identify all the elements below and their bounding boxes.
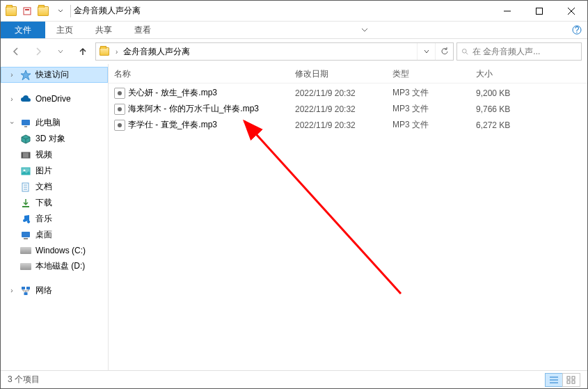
breadcrumb-root[interactable]: ›: [113, 43, 120, 60]
svg-rect-3: [537, 8, 543, 14]
svg-rect-15: [29, 152, 30, 158]
address-dropdown[interactable]: [417, 43, 435, 60]
sidebar-label: 视频: [35, 149, 52, 161]
file-name: 海来阿木 - 你的万水千山_伴奏.mp3: [128, 103, 259, 115]
sidebar-label: 本地磁盘 (D:): [35, 260, 85, 272]
properties-icon[interactable]: [19, 3, 35, 19]
new-folder-icon[interactable]: [35, 3, 51, 19]
svg-text:?: ?: [575, 25, 580, 35]
cloud-icon: [20, 93, 31, 104]
address-bar[interactable]: › 金舟音频人声分离: [95, 42, 454, 61]
search-box[interactable]: [456, 42, 582, 61]
svg-rect-27: [24, 292, 28, 295]
documents-icon: [20, 182, 31, 193]
recent-dropdown[interactable]: [51, 42, 70, 61]
file-name: 李学仕 - 直觉_伴奏.mp3: [128, 119, 217, 131]
svg-marker-10: [21, 70, 31, 80]
chevron-right-icon[interactable]: ›: [8, 95, 16, 103]
maximize-button[interactable]: [523, 1, 555, 22]
close-button[interactable]: [555, 1, 587, 22]
qat-dropdown[interactable]: [54, 8, 67, 14]
ribbon-expand-button[interactable]: [351, 22, 379, 38]
video-icon: [20, 150, 31, 161]
sidebar-item-onedrive[interactable]: › OneDrive: [1, 91, 108, 106]
sidebar-label: 快速访问: [35, 69, 69, 81]
file-date: 2022/11/9 20:32: [295, 104, 392, 114]
sidebar-item-quick-access[interactable]: › 快速访问: [1, 67, 108, 83]
folder-icon: [96, 47, 113, 56]
minimize-button[interactable]: [491, 1, 523, 22]
sidebar-item-pictures[interactable]: 图片: [1, 163, 108, 179]
search-icon: [461, 47, 468, 56]
status-bar: 3 个项目: [1, 370, 587, 388]
tab-file[interactable]: 文件: [1, 22, 45, 38]
svg-rect-11: [22, 120, 30, 125]
chevron-down-icon[interactable]: ›: [8, 119, 16, 127]
sidebar-item-drive-c[interactable]: Windows (C:): [1, 243, 108, 258]
sidebar-label: 3D 对象: [35, 133, 65, 145]
svg-rect-12: [24, 126, 27, 127]
sidebar-label: 桌面: [35, 229, 52, 241]
file-row[interactable]: 李学仕 - 直觉_伴奏.mp3 2022/11/9 20:32 MP3 文件 6…: [114, 117, 582, 133]
sidebar-item-desktop[interactable]: 桌面: [1, 227, 108, 243]
svg-rect-23: [22, 232, 30, 237]
file-size: 9,200 KB: [476, 88, 546, 98]
sidebar-item-music[interactable]: 音乐: [1, 211, 108, 227]
file-size: 6,272 KB: [476, 120, 546, 130]
file-row[interactable]: 海来阿木 - 你的万水千山_伴奏.mp3 2022/11/9 20:32 MP3…: [114, 101, 582, 117]
tab-view[interactable]: 查看: [123, 22, 162, 38]
pictures-icon: [20, 166, 31, 177]
icons-view-button[interactable]: [562, 373, 580, 387]
svg-rect-33: [567, 376, 570, 379]
sidebar-label: 图片: [35, 165, 52, 177]
sidebar-label: OneDrive: [35, 94, 71, 104]
sidebar-item-videos[interactable]: 视频: [1, 147, 108, 163]
column-date[interactable]: 修改日期: [295, 68, 392, 80]
sidebar-label: 此电脑: [35, 117, 61, 129]
navigation-bar: › 金舟音频人声分离: [1, 39, 587, 64]
svg-rect-14: [22, 152, 23, 158]
ribbon-tabs: 文件 主页 共享 查看 ?: [1, 22, 587, 39]
star-icon: [20, 70, 31, 81]
navigation-pane: › 快速访问 › OneDrive › 此电脑 3D 对象 视频 图片: [1, 64, 109, 370]
chevron-right-icon[interactable]: ›: [8, 287, 16, 294]
search-input[interactable]: [472, 47, 577, 56]
ribbon-help-button[interactable]: ?: [566, 22, 587, 38]
window-title: 金舟音频人声分离: [74, 5, 141, 17]
file-list-pane: 名称 修改日期 类型 大小 关心妍 - 放生_伴奏.mp3 2022/11/9 …: [109, 64, 587, 370]
sidebar-item-downloads[interactable]: 下载: [1, 195, 108, 211]
file-type: MP3 文件: [392, 103, 476, 115]
svg-rect-24: [24, 238, 28, 239]
file-date: 2022/11/9 20:32: [295, 120, 392, 130]
file-type: MP3 文件: [392, 119, 476, 131]
breadcrumb-segment[interactable]: 金舟音频人声分离: [120, 43, 193, 60]
svg-line-29: [244, 121, 401, 294]
refresh-button[interactable]: [435, 43, 453, 60]
back-button[interactable]: [6, 42, 26, 61]
sidebar-item-this-pc[interactable]: › 此电脑: [1, 115, 108, 131]
file-type: MP3 文件: [392, 87, 476, 99]
svg-rect-1: [25, 9, 29, 10]
tab-share[interactable]: 共享: [84, 22, 123, 38]
sidebar-label: Windows (C:): [35, 246, 86, 255]
file-size: 9,766 KB: [476, 104, 546, 114]
tab-home[interactable]: 主页: [45, 22, 84, 38]
sidebar-label: 网络: [35, 285, 52, 296]
sidebar-item-network[interactable]: › 网络: [1, 283, 108, 299]
forward-button[interactable]: [29, 42, 48, 61]
up-button[interactable]: [73, 42, 93, 61]
details-view-button[interactable]: [545, 373, 563, 387]
chevron-right-icon[interactable]: ›: [8, 71, 16, 79]
sidebar-item-documents[interactable]: 文档: [1, 179, 108, 195]
column-name[interactable]: 名称: [114, 68, 295, 80]
sidebar-item-3d-objects[interactable]: 3D 对象: [1, 131, 108, 147]
audio-file-icon: [114, 120, 125, 131]
audio-file-icon: [114, 104, 125, 115]
sidebar-item-drive-d[interactable]: 本地磁盘 (D:): [1, 258, 108, 274]
column-size[interactable]: 大小: [476, 68, 546, 80]
file-row[interactable]: 关心妍 - 放生_伴奏.mp3 2022/11/9 20:32 MP3 文件 9…: [114, 85, 582, 101]
svg-rect-25: [22, 287, 25, 289]
drive-icon: [20, 245, 31, 256]
drive-icon: [20, 261, 31, 272]
column-type[interactable]: 类型: [392, 68, 476, 80]
